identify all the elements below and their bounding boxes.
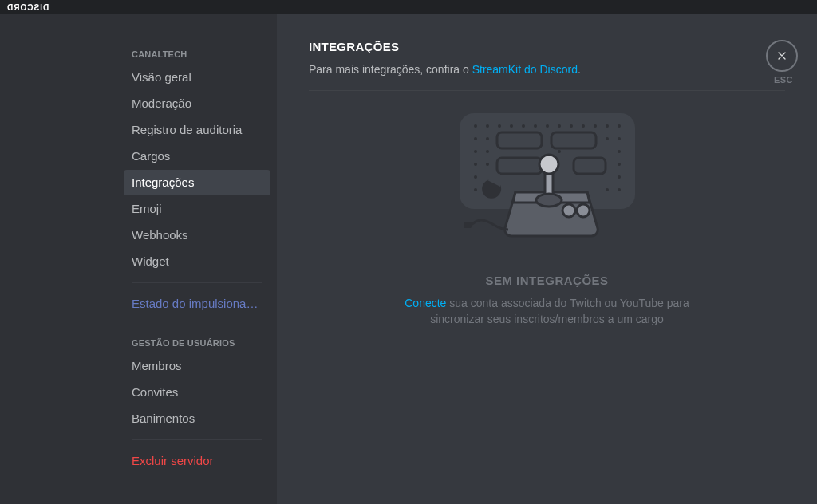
sidebar-item-boost-status[interactable]: Estado do impulsionam… bbox=[124, 291, 270, 317]
divider bbox=[132, 439, 262, 440]
svg-point-21 bbox=[618, 150, 621, 153]
svg-point-27 bbox=[474, 188, 477, 191]
svg-point-5 bbox=[522, 124, 525, 128]
streamkit-link[interactable]: StreamKit do Discord bbox=[472, 63, 578, 76]
svg-point-15 bbox=[486, 137, 489, 140]
sidebar-item-label: Integrações bbox=[132, 175, 194, 189]
sidebar-item-label: Banimentos bbox=[132, 411, 195, 425]
sidebar-item-label: Excluir servidor bbox=[132, 454, 214, 467]
svg-point-16 bbox=[606, 137, 609, 140]
svg-point-31 bbox=[618, 188, 621, 191]
content-pane: ESC INTEGRAÇÕES Para mais integrações, c… bbox=[277, 14, 817, 504]
sidebar-item-members[interactable]: Membros bbox=[124, 353, 270, 379]
empty-body-text: sua conta associada do Twitch ou YouTube… bbox=[430, 297, 689, 325]
svg-point-14 bbox=[474, 137, 477, 140]
sidebar-item-label: Membros bbox=[132, 359, 182, 372]
svg-point-13 bbox=[618, 124, 621, 128]
connect-link[interactable]: Conecte bbox=[405, 297, 446, 309]
sidebar-item-bans[interactable]: Banimentos bbox=[124, 406, 270, 431]
sidebar-item-label: Convites bbox=[132, 385, 178, 399]
sidebar-item-emoji[interactable]: Emoji bbox=[124, 196, 270, 222]
sidebar-item-label: Cargos bbox=[132, 149, 170, 163]
svg-point-25 bbox=[474, 175, 477, 179]
esc-label: ESC bbox=[774, 75, 793, 85]
close-icon bbox=[776, 49, 788, 62]
svg-point-26 bbox=[618, 175, 621, 179]
settings-sidebar: CANALTECH Visão geral Moderação Registro… bbox=[124, 14, 277, 504]
sidebar-item-overview[interactable]: Visão geral bbox=[124, 65, 270, 90]
svg-point-20 bbox=[558, 150, 561, 153]
sidebar-item-label: Visão geral bbox=[132, 70, 191, 84]
sidebar-item-label: Webhooks bbox=[132, 228, 188, 242]
svg-point-30 bbox=[606, 188, 609, 191]
svg-point-6 bbox=[534, 124, 537, 128]
sidebar-item-label: Registro de auditoria bbox=[132, 123, 242, 136]
sidebar-item-label: Moderação bbox=[132, 96, 191, 110]
svg-point-2 bbox=[486, 124, 489, 128]
svg-point-4 bbox=[510, 124, 513, 128]
svg-point-40 bbox=[577, 204, 590, 217]
svg-rect-41 bbox=[464, 222, 472, 228]
sidebar-item-label: Widget bbox=[132, 254, 169, 268]
sidebar-item-label: Estado do impulsionam… bbox=[132, 297, 268, 310]
subtitle-suffix: . bbox=[578, 63, 581, 76]
divider bbox=[132, 282, 262, 283]
titlebar: DISCORD bbox=[0, 0, 817, 14]
sidebar-item-roles[interactable]: Cargos bbox=[124, 144, 270, 169]
svg-point-8 bbox=[558, 124, 561, 128]
svg-point-19 bbox=[486, 150, 489, 153]
svg-point-18 bbox=[474, 150, 477, 153]
svg-point-12 bbox=[606, 124, 609, 128]
empty-state: SEM INTEGRAÇÕES Conecte sua conta associ… bbox=[309, 108, 785, 327]
svg-point-39 bbox=[562, 204, 575, 217]
sidebar-item-widget[interactable]: Widget bbox=[124, 249, 270, 274]
svg-point-23 bbox=[486, 163, 489, 166]
sidebar-item-invites[interactable]: Convites bbox=[124, 380, 270, 405]
empty-title: SEM INTEGRAÇÕES bbox=[309, 274, 785, 287]
sidebar-item-integrations[interactable]: Integrações bbox=[124, 170, 270, 195]
close-button[interactable] bbox=[766, 40, 798, 72]
empty-body: Conecte sua conta associada do Twitch ou… bbox=[309, 295, 785, 327]
sidebar-item-delete-server[interactable]: Excluir servidor bbox=[124, 448, 270, 474]
blank-gutter bbox=[0, 14, 124, 504]
sidebar-item-moderation[interactable]: Moderação bbox=[124, 91, 270, 116]
svg-point-38 bbox=[536, 194, 562, 207]
divider bbox=[309, 90, 785, 91]
svg-point-22 bbox=[474, 163, 477, 166]
svg-point-7 bbox=[546, 124, 549, 128]
page-title: INTEGRAÇÕES bbox=[309, 40, 785, 53]
svg-point-11 bbox=[594, 124, 597, 128]
sidebar-item-label: Emoji bbox=[132, 202, 162, 215]
sidebar-item-webhooks[interactable]: Webhooks bbox=[124, 222, 270, 248]
svg-point-24 bbox=[618, 163, 621, 166]
svg-point-1 bbox=[474, 124, 477, 128]
divider bbox=[132, 325, 262, 325]
svg-point-10 bbox=[582, 124, 585, 128]
svg-point-3 bbox=[498, 124, 501, 128]
empty-state-illustration bbox=[440, 108, 655, 248]
svg-point-17 bbox=[618, 137, 621, 140]
svg-point-37 bbox=[539, 155, 558, 174]
sidebar-item-audit-log[interactable]: Registro de auditoria bbox=[124, 117, 270, 143]
svg-point-9 bbox=[570, 124, 573, 128]
discord-wordmark: DISCORD bbox=[6, 3, 49, 12]
subtitle-text: Para mais integrações, confira o bbox=[309, 63, 472, 76]
page-subtitle: Para mais integrações, confira o StreamK… bbox=[309, 63, 785, 76]
sidebar-header-server: CANALTECH bbox=[124, 45, 270, 64]
sidebar-header-users: GESTÃO DE USUÁRIOS bbox=[124, 333, 270, 352]
